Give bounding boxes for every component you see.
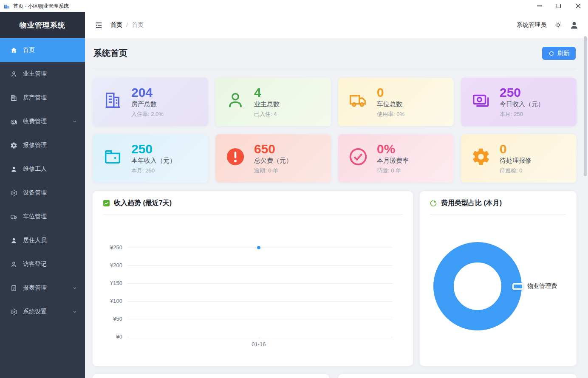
sidebar-item-label: 首页 [23, 46, 35, 54]
sidebar-item-properties[interactable]: 房产管理 [0, 86, 85, 110]
home-icon [10, 47, 17, 54]
sidebar-item-label: 车位管理 [23, 213, 47, 220]
stat-value: 0 [377, 86, 404, 99]
chart-title: 收入趋势 (最近7天) [114, 199, 172, 208]
y-axis-tick-label: ¥50 [103, 316, 122, 322]
stat-card-year-income: 250 本年收入（元） 本月: 250 [93, 134, 208, 183]
y-axis-tick-label: ¥250 [103, 244, 122, 251]
charts-row: 收入趋势 (最近7天) ¥0¥50¥100¥150¥200¥25001-16 费… [93, 191, 577, 366]
person-solid-icon [10, 237, 17, 244]
sidebar-item-label: 收费管理 [23, 118, 47, 125]
stat-label: 今日收入（元） [500, 100, 544, 108]
sidebar-menu: 首页 业主管理 房产管理 收费管理 [0, 38, 85, 378]
stat-label: 房产总数 [131, 100, 164, 108]
stats-grid: 204 房产总数 入住率: 2.0% 4 业主总数 已入住: 4 [93, 78, 577, 183]
user-outline-icon [10, 261, 17, 268]
sidebar-item-label: 报表管理 [23, 284, 47, 292]
sidebar-item-label: 维修工人 [23, 165, 47, 173]
breadcrumb-separator: / [126, 22, 128, 28]
breadcrumb: 首页 / 首页 [110, 21, 144, 29]
window-title: 首页 - 小区物业管理系统 [13, 3, 69, 10]
sidebar-item-fees[interactable]: 收费管理 [0, 110, 85, 133]
current-user-name[interactable]: 系统管理员 [517, 21, 546, 29]
sidebar-item-label: 房产管理 [23, 94, 47, 102]
page-content: 系统首页 刷新 204 房产总数 入住率: 2.0% [85, 38, 588, 378]
sidebar-item-visitors[interactable]: 访客登记 [0, 252, 85, 276]
app-icon [3, 3, 10, 9]
sidebar-item-home[interactable]: 首页 [0, 38, 85, 62]
donut-ring [433, 241, 523, 331]
theme-toggle-sun-icon[interactable] [554, 21, 563, 29]
chart-header: 费用类型占比 (本月) [430, 199, 566, 214]
chart-title: 费用类型占比 (本月) [441, 199, 502, 208]
stat-label: 待处理报修 [500, 157, 531, 165]
maximize-button[interactable] [549, 0, 568, 12]
stat-label: 车位总数 [377, 100, 404, 108]
minimize-button[interactable] [529, 0, 549, 12]
sidebar-item-owners[interactable]: 业主管理 [0, 62, 85, 86]
scrollbar-thumb[interactable] [584, 36, 587, 176]
building-icon [103, 90, 122, 110]
window-titlebar: 首页 - 小区物业管理系统 [0, 0, 588, 12]
stat-label: 本年收入（元） [131, 157, 176, 165]
close-icon [576, 3, 581, 8]
gear-outline-icon [10, 189, 17, 197]
legend-marker [512, 283, 523, 290]
stat-card-today-income: 250 今日收入（元） 本月: 250 [461, 78, 577, 126]
stat-card-payment-rate: 0% 本月缴费率 待缴: 0 单 [338, 134, 454, 183]
stat-card-arrears: 650 总欠费（元） 逾期: 0 单 [215, 134, 331, 183]
donut-chart-plot: 物业管理费 [430, 214, 566, 358]
sidebar: 物业管理系统 首页 业主管理 房产管理 收费管理 [0, 12, 85, 378]
sidebar-item-repairs[interactable]: 报修管理 [0, 133, 85, 157]
refresh-button[interactable]: 刷新 [542, 47, 576, 60]
chevron-down-icon [72, 119, 77, 124]
donut-legend-item[interactable]: 物业管理费 [512, 282, 557, 290]
stat-value: 0 [500, 142, 531, 156]
y-axis-tick-label: ¥150 [103, 280, 122, 287]
stat-value: 250 [500, 86, 544, 99]
user-avatar-icon[interactable] [570, 21, 579, 30]
x-axis-tick-mark [259, 337, 259, 339]
page-header: 系统首页 刷新 [93, 42, 577, 69]
gridline [127, 337, 393, 337]
chevron-down-icon [72, 309, 77, 314]
y-axis-tick-label: ¥200 [103, 262, 122, 269]
income-trend-chart-card: 收入趋势 (最近7天) ¥0¥50¥100¥150¥200¥25001-16 [93, 191, 413, 366]
sidebar-item-label: 报修管理 [23, 141, 47, 149]
close-button[interactable] [568, 0, 588, 12]
chevron-down-icon [72, 285, 77, 291]
sidebar-item-workers[interactable]: 维修工人 [0, 157, 85, 181]
bottom-row [93, 374, 577, 378]
sidebar-item-label: 系统设置 [23, 308, 47, 316]
money-icon [10, 118, 17, 125]
trend-chart-icon [103, 200, 110, 207]
sidebar-fold-icon[interactable] [94, 21, 103, 30]
y-axis-tick-label: ¥100 [103, 298, 122, 305]
sidebar-item-parking[interactable]: 车位管理 [0, 205, 85, 228]
gridline [127, 319, 393, 319]
stat-sublabel: 本月: 250 [131, 167, 176, 175]
stat-sublabel: 逾期: 0 单 [254, 167, 292, 175]
sidebar-item-devices[interactable]: 设备管理 [0, 181, 85, 205]
page-title: 系统首页 [93, 48, 127, 59]
main-area: 首页 / 首页 系统管理员 系统首页 刷新 [85, 12, 588, 378]
stat-value: 250 [131, 142, 176, 156]
stat-card-properties: 204 房产总数 入住率: 2.0% [93, 78, 208, 126]
check-circle-icon [348, 147, 368, 166]
minimize-icon [537, 6, 542, 6]
chart-header: 收入趋势 (最近7天) [103, 199, 403, 214]
sidebar-item-label: 设备管理 [23, 189, 47, 197]
truck-icon [10, 213, 17, 220]
sidebar-item-residents[interactable]: 居住人员 [0, 228, 85, 252]
sidebar-item-reports[interactable]: 报表管理 [0, 276, 85, 300]
breadcrumb-home[interactable]: 首页 [110, 21, 122, 29]
stat-label: 本月缴费率 [377, 157, 409, 165]
stat-sublabel: 已入住: 4 [254, 110, 280, 118]
user-outline-icon [10, 71, 17, 78]
pie-chart-icon [430, 200, 437, 207]
sidebar-item-label: 居住人员 [23, 237, 47, 244]
stat-sublabel: 待巡检: 0 [500, 167, 531, 175]
sidebar-item-settings[interactable]: 系统设置 [0, 300, 85, 324]
legend-label: 物业管理费 [527, 282, 557, 290]
stat-card-pending-repairs: 0 待处理报修 待巡检: 0 [461, 134, 577, 183]
